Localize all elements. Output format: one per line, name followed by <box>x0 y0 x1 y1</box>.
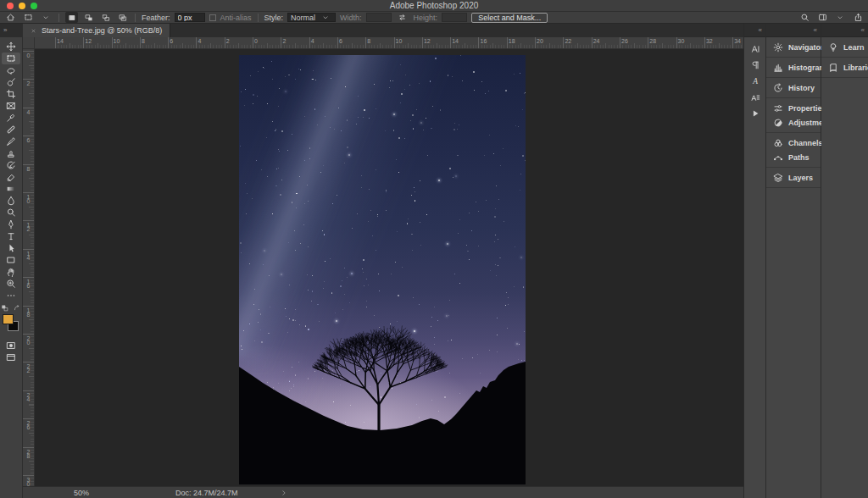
anti-alias-label: Anti-alias <box>220 14 252 22</box>
width-input[interactable] <box>366 13 392 22</box>
zoom-level-field[interactable]: 50% <box>74 489 89 497</box>
zoom-tool[interactable] <box>2 278 20 290</box>
panel-tab-label: Learn <box>843 43 865 52</box>
adjustments-icon <box>772 117 783 128</box>
width-label: Width: <box>340 14 362 22</box>
rectangular-marquee-tool[interactable] <box>2 53 20 64</box>
h-ruler-label: 0 <box>254 38 258 44</box>
gradient-tool[interactable] <box>2 183 20 195</box>
character-styles-panel-icon[interactable] <box>746 90 765 106</box>
feather-input[interactable] <box>175 13 205 22</box>
tool-preset-icon[interactable] <box>21 12 35 23</box>
anti-alias-checkbox[interactable] <box>209 14 216 21</box>
quick-selection-tool[interactable] <box>2 76 20 88</box>
add-to-selection-button[interactable] <box>82 12 95 23</box>
paragraph-panel-icon[interactable] <box>746 58 765 74</box>
h-ruler-label: 28 <box>649 38 656 44</box>
intersect-selection-button[interactable] <box>116 12 129 23</box>
height-label: Height: <box>414 14 438 22</box>
panel-tab-paths[interactable]: Paths <box>766 150 821 164</box>
clone-stamp-tool[interactable] <box>2 147 20 159</box>
document-size-info: Doc: 24.7M/24.7M <box>175 489 238 497</box>
panel-tab-properties[interactable]: Properties <box>766 101 821 115</box>
character-panel-icon[interactable] <box>746 42 765 58</box>
workspace-switcher-icon[interactable] <box>815 12 829 23</box>
v-ruler-label: 20 <box>25 335 31 344</box>
foreground-color-swatch[interactable] <box>3 314 14 324</box>
h-ruler-label: 10 <box>396 38 403 44</box>
blur-tool[interactable] <box>2 195 20 207</box>
select-and-mask-button[interactable]: Select and Mask... <box>471 13 548 23</box>
panel-tab-libraries[interactable]: Libraries <box>821 60 868 75</box>
glyphs-panel-icon[interactable]: A <box>746 74 765 90</box>
document-tab[interactable]: Stars-and-Tree.jpg @ 50% (RGB/8) <box>23 24 170 37</box>
brush-tool[interactable] <box>2 136 20 147</box>
new-selection-button[interactable] <box>65 12 78 23</box>
canvas-pasteboard[interactable] <box>35 49 743 486</box>
lasso-tool[interactable] <box>2 64 20 76</box>
home-icon[interactable] <box>3 12 17 23</box>
panel-tab-label: Properties <box>788 104 826 113</box>
path-selection-tool[interactable] <box>2 242 20 254</box>
move-tool[interactable] <box>2 41 20 53</box>
v-ruler-label: 28 <box>25 449 31 457</box>
swap-dimensions-icon[interactable] <box>396 12 409 23</box>
v-ruler-label: 14 <box>25 251 31 259</box>
panel-tab-histogram[interactable]: Histogram <box>766 60 821 75</box>
status-options-chevron-icon[interactable] <box>281 490 287 496</box>
pen-tool[interactable] <box>2 219 20 230</box>
history-icon <box>772 82 783 93</box>
h-ruler-label: 16 <box>481 38 487 44</box>
actions-panel-icon[interactable] <box>746 106 765 122</box>
rectangle-tool[interactable] <box>2 254 20 266</box>
panel-tab-label: History <box>788 84 815 92</box>
eyedropper-tool[interactable] <box>2 112 20 124</box>
panel-tab-history[interactable]: History <box>766 80 821 95</box>
panel-tab-layers[interactable]: Layers <box>766 170 821 185</box>
chevron-down-icon[interactable] <box>833 12 847 23</box>
hand-tool[interactable] <box>2 266 20 278</box>
close-tab-icon[interactable] <box>31 28 36 34</box>
h-ruler-label: 10 <box>114 38 120 44</box>
learn-column-header[interactable]: « <box>821 24 868 37</box>
default-colors-icon[interactable] <box>2 305 8 312</box>
zoom-window-button[interactable] <box>31 3 37 9</box>
panel-tab-navigator[interactable]: Navigator <box>766 40 821 54</box>
panel-tab-learn[interactable]: Learn <box>821 40 868 54</box>
type-tool[interactable] <box>2 230 20 242</box>
close-window-button[interactable] <box>7 3 14 9</box>
panel-tab-adjustments[interactable]: Adjustments <box>766 115 821 130</box>
collapse-strip-header[interactable]: « <box>744 24 765 37</box>
h-ruler-label: 14 <box>452 38 459 44</box>
panel-dock: « A « NavigatorHistogramHistoryPropertie… <box>743 24 868 498</box>
style-dropdown[interactable]: Normal <box>287 13 336 22</box>
v-ruler-label: 0 <box>25 53 31 57</box>
tools-panel-expand[interactable]: » <box>0 24 22 37</box>
minimize-window-button[interactable] <box>19 3 25 9</box>
share-icon[interactable] <box>851 12 865 23</box>
v-ruler-label: 6 <box>25 137 31 141</box>
document-image[interactable] <box>239 55 526 484</box>
panel-tab-channels[interactable]: Channels <box>766 136 821 150</box>
panel-column-header[interactable]: « <box>766 24 821 37</box>
v-ruler-label: 30 <box>25 477 31 485</box>
dodge-tool[interactable] <box>2 207 20 219</box>
swap-colors-icon[interactable] <box>14 305 20 312</box>
chevron-down-icon[interactable] <box>39 12 53 23</box>
crop-tool[interactable] <box>2 88 20 100</box>
search-icon[interactable] <box>798 12 811 23</box>
edit-toolbar-ellipsis-icon[interactable] <box>2 290 20 302</box>
h-ruler-label: 32 <box>706 38 713 44</box>
height-input[interactable] <box>442 13 467 22</box>
quick-mask-button[interactable] <box>2 340 20 351</box>
color-swatches <box>2 314 20 336</box>
screen-mode-button[interactable] <box>2 351 20 363</box>
document-tab-bar: Stars-and-Tree.jpg @ 50% (RGB/8) <box>23 24 743 37</box>
subtract-from-selection-button[interactable] <box>99 12 112 23</box>
frame-tool[interactable] <box>2 100 20 112</box>
spot-healing-brush-tool[interactable] <box>2 124 20 136</box>
eraser-tool[interactable] <box>2 171 20 183</box>
h-ruler-label: 20 <box>537 38 543 44</box>
history-brush-tool[interactable] <box>2 159 20 171</box>
tree-and-hills-silhouette <box>239 55 526 484</box>
